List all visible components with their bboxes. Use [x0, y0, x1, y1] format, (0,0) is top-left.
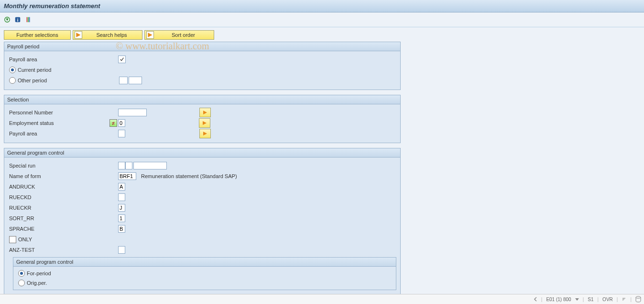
current-period-radio[interactable] — [9, 67, 16, 73]
info-icon[interactable]: i — [13, 15, 22, 24]
dropdown-icon[interactable] — [575, 298, 579, 301]
sortrr-label: SORT_RR — [9, 215, 109, 221]
personnel-multiselect-button[interactable] — [199, 108, 211, 117]
arrow-right-icon — [146, 31, 154, 39]
payroll-area-valuehelp-button[interactable] — [118, 56, 126, 63]
inner-general-panel: General program control For-period Orig.… — [13, 257, 396, 290]
special-run-input3[interactable] — [133, 162, 167, 169]
sort-order-button[interactable]: Sort order — [144, 30, 214, 40]
payroll-area-label: Payroll area — [9, 56, 109, 62]
personnel-number-label: Personnel Number — [9, 110, 109, 115]
selection-panel: Selection Personnel Number Employment st… — [4, 95, 401, 143]
personnel-number-input[interactable] — [118, 109, 147, 116]
sprache-input[interactable] — [118, 225, 125, 233]
only-checkbox[interactable] — [9, 236, 16, 243]
other-period-label: Other period — [18, 78, 110, 83]
sort-status-icon[interactable] — [622, 297, 626, 302]
orig-per-label: Orig.per. — [27, 280, 47, 286]
svg-text:i: i — [17, 17, 19, 23]
special-run-label: Special run — [9, 163, 109, 169]
arrow-right-icon — [75, 31, 82, 39]
employment-status-input[interactable] — [118, 119, 125, 127]
sort-order-label: Sort order — [163, 32, 214, 38]
variant-icon[interactable] — [24, 15, 33, 24]
search-helps-label: Search helps — [91, 32, 142, 38]
anztest-input[interactable] — [118, 246, 125, 254]
search-helps-button[interactable]: Search helps — [73, 30, 142, 40]
rueckr-label: RUECKR — [9, 205, 109, 211]
other-period-radio[interactable] — [9, 77, 16, 84]
form-description: Remuneration statement (Standard SAP) — [141, 173, 237, 179]
not-equal-icon[interactable]: ≠ — [109, 119, 117, 127]
selection-payroll-area-label: Payroll area — [9, 131, 109, 136]
db-icon[interactable] — [635, 296, 641, 303]
form-name-input[interactable] — [118, 172, 136, 180]
payroll-area-multiselect-button[interactable] — [199, 129, 211, 138]
icon-toolbar: i — [0, 12, 644, 27]
for-period-label: For-period — [27, 270, 51, 276]
svg-rect-5 — [29, 17, 30, 23]
page-title: Monthly remuneration statement — [4, 2, 100, 10]
nav-prev-icon[interactable] — [534, 297, 537, 302]
special-run-input2[interactable] — [125, 162, 132, 169]
payroll-period-title: Payroll period — [4, 42, 400, 51]
other-period-input1[interactable] — [119, 77, 128, 84]
inner-general-title: General program control — [13, 258, 396, 267]
execute-icon[interactable] — [3, 15, 11, 24]
form-name-label: Name of form — [9, 173, 109, 179]
payroll-period-panel: Payroll period Payroll area Current peri… — [4, 42, 401, 90]
status-mode: OVR — [602, 297, 613, 302]
further-selections-label: Further selections — [16, 32, 58, 38]
rueckd-label: RUECKD — [9, 194, 109, 200]
employment-multiselect-button[interactable] — [199, 118, 210, 128]
status-server: S1 — [588, 297, 593, 302]
further-selections-button[interactable]: Further selections — [4, 30, 71, 40]
title-bar: Monthly remuneration statement — [0, 0, 644, 12]
employment-status-label: Employment status — [9, 120, 109, 126]
selection-buttons-row: Further selections Search helps Sort ord… — [4, 30, 621, 40]
rueckd-input[interactable] — [118, 193, 125, 201]
only-label: ONLY — [18, 236, 32, 242]
selection-payroll-area-input[interactable] — [118, 130, 125, 137]
sortrr-input[interactable] — [118, 214, 125, 222]
anztest-label: ANZ-TEST — [9, 247, 109, 253]
for-period-radio[interactable] — [18, 270, 25, 277]
orig-per-radio[interactable] — [18, 280, 25, 286]
status-system: E01 (1) 800 — [546, 297, 571, 302]
current-period-label: Current period — [18, 67, 51, 73]
svg-rect-3 — [27, 17, 28, 23]
main-content: © www.tutorialkart.com Further selection… — [0, 27, 644, 304]
special-run-input1[interactable] — [118, 162, 125, 169]
rueckr-input[interactable] — [118, 204, 125, 212]
selection-title: Selection — [4, 95, 400, 104]
sprache-label: SPRACHE — [9, 226, 109, 232]
andruck-label: ANDRUCK — [9, 184, 109, 190]
general-program-control-panel: General program control Special run Name… — [4, 148, 401, 294]
svg-point-6 — [636, 296, 641, 298]
general-title: General program control — [4, 148, 400, 158]
svg-rect-4 — [28, 17, 29, 23]
andruck-input[interactable] — [118, 183, 125, 191]
other-period-input2[interactable] — [129, 77, 142, 84]
status-bar: | E01 (1) 800 | S1 | OVR | | — [0, 294, 644, 304]
